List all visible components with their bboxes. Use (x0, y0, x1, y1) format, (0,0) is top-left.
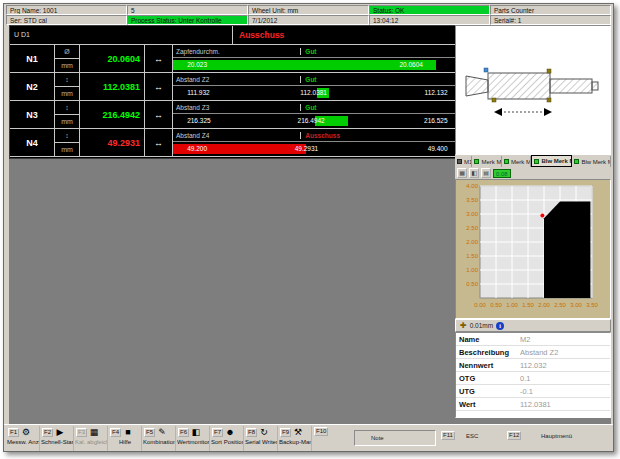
f6-button[interactable]: F6◧ Wertmonitor (177, 426, 210, 451)
status-header: Prg Name: 1001 5 Wheel Unit: mm Status: … (6, 5, 611, 25)
f2-button[interactable]: F2▶ Schnell-Start (41, 426, 74, 451)
main-menu-label: Hauptmenü (541, 433, 572, 439)
header-field-prg-name: Prg Name: 1001 (6, 5, 127, 15)
measured-value: 216.4942 (80, 101, 145, 128)
f11-button[interactable]: F11 (441, 431, 455, 440)
tab-label: Merk M2 (481, 159, 502, 165)
scale-chip[interactable]: 0.08 (493, 169, 511, 178)
chart-mode-icon[interactable]: ▤ (481, 168, 491, 178)
measured-value: 20.0604 (80, 45, 145, 72)
monitor-icon: ◧ (190, 427, 202, 438)
tolerance-cell: Zapfendurchm. Gut 20.023 20.0604 (173, 45, 456, 72)
tab-label: M1 (464, 159, 472, 165)
measurement-name: N4 (10, 129, 55, 156)
part-cross-section-drawing (456, 26, 610, 154)
property-label: UTG (456, 387, 520, 396)
direction-arrow-icon: ↔ (145, 129, 173, 156)
note-field: Note (354, 430, 436, 446)
f-key-caption: Messw. Anzeige (7, 439, 39, 446)
scale-min-label: 49.200 (187, 145, 207, 152)
chart-toolbar: ▦ ◧ ▤ 0.08 (455, 167, 611, 179)
f1-button[interactable]: F1⚙ Messw. Anzeige (7, 426, 40, 451)
measurement-row-n2[interactable]: N2 ↕ mm 112.0381 ↔ Abstand Z2 Gut 111.93… (10, 73, 456, 101)
sync-icon: ↻ (258, 427, 270, 438)
tolerance-bar-track: 49.200 49.2931 49.400 (173, 142, 456, 156)
svg-text:1.50: 1.50 (466, 253, 478, 259)
tab-blw-merk-m2[interactable]: Blw Merk M2 (531, 155, 572, 167)
green-status-icon (534, 159, 539, 164)
row-status-label: Gut (300, 48, 316, 55)
row-status-label: Gut (300, 76, 316, 83)
tolerance-bar (173, 60, 436, 70)
row-status-label: Gut (300, 104, 316, 111)
green-status-icon (504, 159, 509, 164)
tab-m1[interactable]: M1 (455, 156, 472, 167)
tolerance-cell: Abstand Z3 Gut 216.325 216.4942 216.525 (173, 101, 456, 128)
property-label: OTG (456, 374, 520, 383)
direction-arrow-icon: ↔ (145, 101, 173, 128)
feature-row: Abstand Z3 Gut (173, 101, 456, 114)
f-key-caption: Serial Writer (245, 439, 277, 446)
property-row: Beschreibung Abstand Z2 (456, 346, 610, 359)
f7-button[interactable]: F7☻ Sort Position (211, 426, 244, 451)
svg-text:2.00: 2.00 (538, 302, 550, 308)
f12-button[interactable]: F12 (507, 431, 521, 440)
keycap: F2 (42, 428, 53, 437)
measurement-row-n1[interactable]: N1 Ø mm 20.0604 ↔ Zapfendurchm. Gut 20.0… (10, 45, 456, 73)
header-field-wheel-unit: Wheel Unit: mm (248, 5, 369, 15)
svg-text:2.00: 2.00 (466, 239, 478, 245)
unit-label: mm (55, 87, 79, 100)
header-field-process-status: Process Status: Unter Kontrolle (127, 15, 248, 25)
tools-icon: ⚒ (292, 427, 304, 438)
property-value: -0.1 (520, 387, 533, 396)
svg-text:1.50: 1.50 (522, 302, 534, 308)
tab-merk-m2[interactable]: Merk M2 (472, 156, 502, 167)
measurement-row-n3[interactable]: N3 ↕ mm 216.4942 ↔ Abstand Z3 Gut 216.32… (10, 101, 456, 129)
tab-merk-m4[interactable]: Merk M4 (502, 156, 532, 167)
measurement-row-n4[interactable]: N4 ↕ mm 49.2931 ↔ Abstand Z4 Ausschuss 4… (10, 129, 456, 157)
layout-icon[interactable]: ▦ (457, 168, 467, 178)
overall-status-label: Ausschuss (233, 26, 290, 44)
f-key-caption: Hilfe (109, 439, 141, 446)
pan-icon[interactable]: ◧ (469, 168, 479, 178)
keycap: F6 (178, 428, 189, 437)
tolerance-bar-track: 20.023 20.0604 (173, 58, 456, 72)
f-key-caption: Kombination (143, 439, 175, 446)
f9-button[interactable]: F9⚒ Backup-Manager (279, 426, 312, 451)
feature-row: Zapfendurchm. Gut (173, 45, 456, 58)
function-key-toolbar: F1⚙ Messw. Anzeige F2▶ Schnell-Start F3▦… (4, 424, 613, 451)
tolerance-chart-panel: 0.000.501.001.502.002.503.003.500.501.00… (455, 179, 611, 319)
feature-label: Zapfendurchm. (176, 48, 220, 55)
property-value: M2 (520, 335, 530, 344)
f-key-caption: Kal. abgleichen (75, 439, 107, 446)
svg-text:3.00: 3.00 (570, 302, 582, 308)
property-row: Name M2 (456, 333, 610, 346)
info-icon[interactable]: i (496, 322, 504, 330)
svg-text:4.00: 4.00 (466, 183, 478, 189)
f3-button[interactable]: F3▦ Kal. abgleichen (75, 426, 108, 451)
tab-blw-merk-m4[interactable]: Blw Merk M4 (572, 156, 611, 167)
scale-min-label: 216.325 (187, 117, 211, 124)
tolerance-cell: Abstand Z4 Ausschuss 49.200 49.2931 49.4… (173, 129, 456, 156)
crosshair-icon: ✚ (460, 322, 467, 330)
start-icon: ▶ (54, 427, 66, 438)
panel-title: U D1 (10, 26, 233, 44)
svg-text:3.50: 3.50 (586, 302, 598, 308)
f5-button[interactable]: F5✎ Kombination (143, 426, 176, 451)
property-row: UTG -0.1 (456, 385, 610, 398)
scale-value-label: 49.2931 (295, 145, 319, 152)
keycap: F9 (280, 428, 291, 437)
f10-button[interactable]: F10 (313, 426, 346, 451)
chart-info-line: ✚ 0.01mm i (455, 319, 611, 332)
keycap: F8 (246, 428, 257, 437)
svg-text:0.50: 0.50 (490, 302, 502, 308)
f4-button[interactable]: F4■ Hilfe (109, 426, 142, 451)
feature-label: Abstand Z3 (176, 104, 209, 111)
pen-icon: ✎ (156, 427, 168, 438)
svg-text:3.00: 3.00 (466, 211, 478, 217)
header-field-part: 5 (127, 5, 248, 15)
scale-value-label: 112.0381 (300, 89, 327, 96)
f8-button[interactable]: F8↻ Serial Writer (245, 426, 278, 451)
header-field-parts-counter: Parts Counter (490, 5, 611, 15)
doc-icon (457, 159, 462, 164)
